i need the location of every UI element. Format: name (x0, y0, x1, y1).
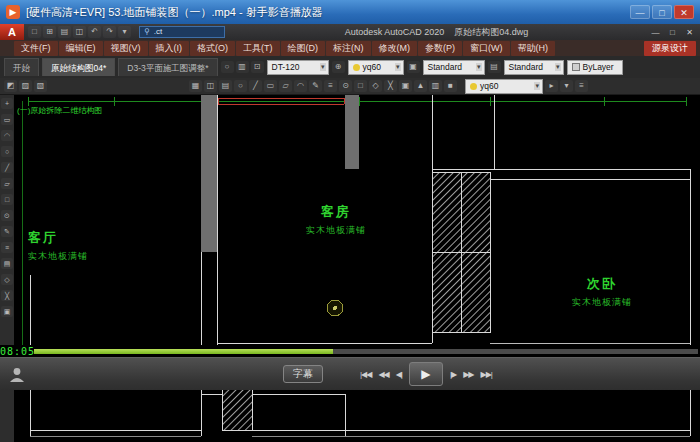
toolbar-icon[interactable]: ▾ (118, 26, 131, 38)
acad-maximize-button[interactable]: □ (665, 28, 680, 37)
toolbar-icon[interactable]: ▨ (19, 80, 32, 92)
tool-icon[interactable]: ◠ (1, 130, 13, 141)
toolbar-icon[interactable]: ◠ (294, 80, 307, 92)
toolbar-icon[interactable]: ▥ (236, 61, 249, 73)
toolbar-icon[interactable]: ■ (444, 80, 457, 92)
menu-item[interactable]: 文件(F) (14, 41, 58, 56)
next-chapter-button[interactable]: ▶▶| (480, 370, 491, 379)
toolbar-icon[interactable]: ▸ (545, 80, 558, 92)
autocad-logo-icon[interactable]: A (0, 24, 24, 40)
toolbar-icon[interactable]: ▤ (488, 61, 501, 73)
tab-doc-current[interactable]: 原始结构图04* (42, 58, 115, 76)
tool-icon[interactable]: + (1, 98, 13, 109)
app-title: Autodesk AutoCAD 2020 (345, 27, 445, 37)
player-title: [硬件高清+EVR] 53.地面铺装图（一）.mp4 - 射手影音播放器 (26, 5, 624, 20)
menu-item[interactable]: 编辑(E) (59, 41, 103, 56)
tab-start[interactable]: 开始 (4, 58, 39, 76)
toolbar-icon[interactable]: ◇ (369, 80, 382, 92)
subtitle-button[interactable]: 字幕 (283, 365, 323, 383)
menu-item[interactable]: 插入(I) (149, 41, 190, 56)
toolbar-icon[interactable]: ◩ (4, 80, 17, 92)
text-style-select[interactable]: Standard ▾ (423, 60, 485, 75)
toolbar-icon[interactable]: ↷ (103, 26, 116, 38)
layer-select-secondary[interactable]: yq60 ▾ (465, 79, 543, 94)
fast-forward-button[interactable]: ▶▶ (463, 370, 473, 379)
menu-item[interactable]: 标注(N) (326, 41, 371, 56)
menu-item[interactable]: 窗口(W) (463, 41, 510, 56)
toolbar-icon[interactable]: ✎ (309, 80, 322, 92)
chevron-down-icon: ▾ (320, 63, 326, 71)
toolbar-icon[interactable]: ≡ (575, 80, 588, 92)
tool-icon[interactable]: ▱ (1, 178, 13, 189)
tool-icon[interactable]: ⊙ (1, 210, 13, 221)
tool-icon[interactable]: ╱ (1, 162, 13, 173)
maximize-button[interactable]: □ (652, 5, 672, 19)
toolbar-icon[interactable]: □ (354, 80, 367, 92)
room-label-living: 客厅 实木地板满铺 (28, 229, 88, 263)
color-chip-icon (572, 63, 580, 71)
rewind-button[interactable]: ◀◀ (378, 370, 388, 379)
toolbar-icon[interactable]: ▱ (279, 80, 292, 92)
toolbar-icon[interactable]: ▧ (34, 80, 47, 92)
room-name: 客房 (296, 203, 376, 221)
toolbar-icon[interactable]: ▦ (189, 80, 202, 92)
tool-icon[interactable]: ≡ (1, 242, 13, 253)
tab-doc-other[interactable]: D3-3平面施工图调整* (118, 58, 217, 76)
toolbar-icon[interactable]: ╱ (249, 80, 262, 92)
menu-item[interactable]: 工具(T) (236, 41, 280, 56)
minimize-button[interactable]: — (630, 5, 650, 19)
tool-icon[interactable]: ✎ (1, 226, 13, 237)
toolbar-icon[interactable]: ⊕ (332, 61, 345, 73)
toolbar-icon[interactable]: ▤ (58, 26, 71, 38)
layer-secondary-value: yq60 (480, 81, 498, 91)
layer-select[interactable]: yq60 ▾ (348, 60, 404, 75)
toolbar-icon[interactable]: ○ (221, 61, 234, 73)
color-select[interactable]: ByLayer (567, 60, 623, 75)
playlist-user-icon[interactable] (7, 365, 27, 385)
menu-item[interactable]: 格式(O) (190, 41, 235, 56)
tool-icon[interactable]: ╳ (1, 290, 13, 301)
toolbar-icon[interactable]: ⊙ (339, 80, 352, 92)
video-frame[interactable]: A □⊞▤◫↶↷▾ ⚲ .ct Autodesk AutoCAD 2020 原始… (0, 24, 700, 442)
toolbar-icon[interactable]: ╳ (384, 80, 397, 92)
tool-icon[interactable]: ▣ (1, 306, 13, 317)
menu-item[interactable]: 帮助(H) (511, 41, 556, 56)
search-input[interactable]: ⚲ .ct (139, 26, 225, 38)
toolbar-icon[interactable]: ▲ (414, 80, 427, 92)
step-forward-button[interactable]: |▶ (450, 370, 456, 379)
menu-item-plugin[interactable]: 源泉设计 (644, 41, 696, 56)
toolbar-icon[interactable]: ○ (234, 80, 247, 92)
toolbar-icon[interactable]: ⊡ (251, 61, 264, 73)
acad-close-button[interactable]: ✕ (682, 28, 697, 37)
dim-style-select[interactable]: DT-120 ▾ (267, 60, 329, 75)
menu-item[interactable]: 参数(P) (418, 41, 462, 56)
toolbar-icon[interactable]: ▾ (560, 80, 573, 92)
tool-icon[interactable]: ○ (1, 146, 13, 157)
toolbar-icon[interactable]: ▣ (407, 61, 420, 73)
toolbar-icon[interactable]: ◫ (73, 26, 86, 38)
toolbar-icon[interactable]: ◫ (204, 80, 217, 92)
prev-chapter-button[interactable]: |◀◀ (360, 370, 371, 379)
layer-value: yq60 (363, 62, 381, 72)
step-back-button[interactable]: ◀| (396, 370, 402, 379)
tool-icon[interactable]: □ (1, 194, 13, 205)
toolbar-icon[interactable]: ▭ (264, 80, 277, 92)
toolbar-icon[interactable]: ⊞ (43, 26, 56, 38)
toolbar-icon[interactable]: ↶ (88, 26, 101, 38)
tool-icon[interactable]: ▭ (1, 114, 13, 125)
play-button[interactable]: ▶ (409, 362, 443, 386)
toolbar-icon[interactable]: ≡ (324, 80, 337, 92)
tool-icon[interactable]: ▤ (1, 258, 13, 269)
toolbar-icon[interactable]: ▣ (399, 80, 412, 92)
toolbar-icon[interactable]: □ (28, 26, 41, 38)
toolbar-icon[interactable]: ▤ (219, 80, 232, 92)
close-button[interactable]: ✕ (674, 5, 694, 19)
table-style-select[interactable]: Standard ▾ (504, 60, 564, 75)
menu-item[interactable]: 视图(V) (104, 41, 148, 56)
acad-minimize-button[interactable]: — (648, 28, 663, 37)
progress-bar[interactable] (34, 349, 698, 354)
toolbar-icon[interactable]: ▥ (429, 80, 442, 92)
menu-item[interactable]: 修改(M) (372, 41, 418, 56)
menu-item[interactable]: 绘图(D) (281, 41, 326, 56)
tool-icon[interactable]: ◇ (1, 274, 13, 285)
